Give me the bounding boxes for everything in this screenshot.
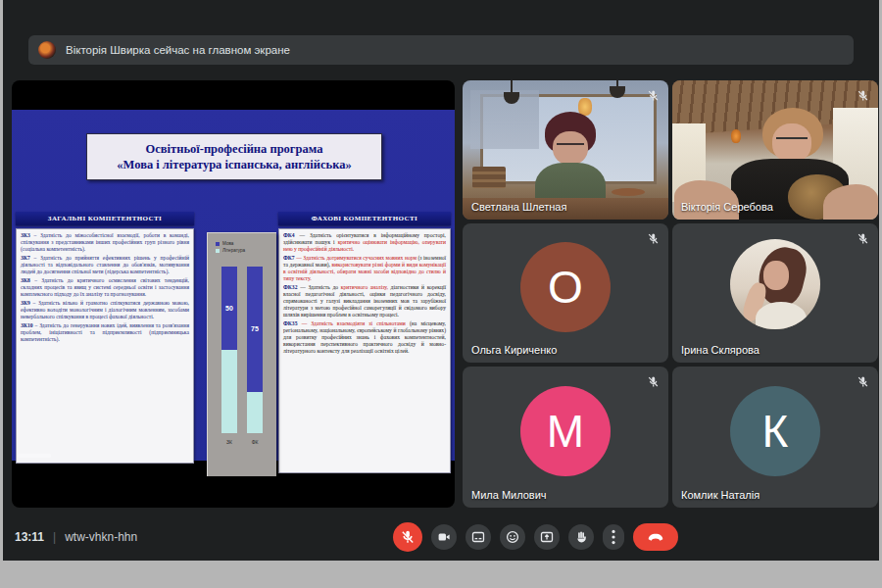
- participant-tile-video[interactable]: Вікторія Серебова: [672, 80, 878, 220]
- left-competency-list: ЗК3 – Здатність до міжособистісної взаєм…: [16, 228, 194, 464]
- competency-item: ЗК8 – Здатність до критичного осмислення…: [21, 277, 189, 298]
- avatar-shoulder: [756, 302, 807, 329]
- participant-tile-photo[interactable]: Ірина Склярова: [672, 223, 878, 363]
- slide-title-line2: «Мова і література іспанська, англійська…: [117, 157, 351, 172]
- competency-item: ФК35 — Здатність взаємодіяти зі спільнот…: [283, 320, 446, 355]
- book-stack: [472, 167, 506, 188]
- left-column-header: ЗАГАЛЬНІ КОМПЕТЕНТНОСТІ: [16, 212, 194, 225]
- orange-lamp: [731, 129, 741, 143]
- mic-mute-button[interactable]: [393, 522, 422, 552]
- presenting-banner: Вікторія Швирка сейчас на главном экране: [28, 35, 854, 65]
- avatar-letter: К: [762, 405, 789, 458]
- avatar-letter: М: [547, 405, 584, 458]
- participant-name: Мила Милович: [471, 489, 547, 501]
- chart-plot: 50ЗК75ФК: [208, 267, 276, 459]
- letter-avatar: М: [520, 386, 611, 476]
- competency-item: ФК4 — Здатність орієнтуватися в інформац…: [283, 232, 446, 253]
- meet-window: Вікторія Швирка сейчас на главном экране…: [3, 0, 879, 561]
- raise-hand-button[interactable]: [568, 524, 594, 550]
- presenting-banner-text: Вікторія Швирка сейчас на главном экране: [66, 44, 290, 56]
- captions-button[interactable]: [466, 524, 491, 550]
- separator: |: [53, 530, 56, 544]
- participant-name: Ольга Кириченко: [471, 344, 557, 356]
- camera-button[interactable]: [431, 524, 457, 550]
- mic-off-icon: [647, 374, 660, 392]
- more-options-button[interactable]: [603, 524, 624, 550]
- mic-off-icon: [857, 88, 869, 106]
- participant-tile-letter[interactable]: М Мила Милович: [463, 367, 668, 508]
- mic-off-icon: [857, 231, 869, 249]
- slide-watermark: [18, 454, 51, 458]
- participant-name: Вікторія Серебова: [681, 201, 773, 213]
- competency-item: ФК32 — Здатність до критичного аналізу, …: [283, 284, 446, 318]
- competency-item: ЗК10 – Здатність до генерування нових ід…: [21, 322, 189, 343]
- competency-item: ЗК9 – Здатність вільно й грамотно спілку…: [21, 300, 189, 320]
- competency-item: ЗК3 – Здатність до міжособистісної взаєм…: [21, 232, 189, 253]
- end-call-button[interactable]: [633, 523, 678, 551]
- mic-off-icon: [857, 374, 869, 392]
- presentation-slide: Освітньої-професійна програма «Мова і лі…: [12, 110, 455, 461]
- participant-tile-letter[interactable]: К Комлик Наталія: [672, 367, 878, 508]
- avatar-letter: О: [548, 261, 583, 314]
- participant-tile-video[interactable]: Светлана Шлетная: [463, 80, 668, 220]
- clock-time: 13:11: [15, 530, 44, 544]
- competency-item: ЗК7 – Здатність до прийняття ефективних …: [21, 255, 189, 275]
- person-arm: [674, 180, 739, 220]
- control-bar: 13:11 | wtw-vhkn-hhn: [3, 514, 879, 561]
- slide-title: Освітньої-професійна програма «Мова і лі…: [86, 133, 382, 180]
- presenter-avatar: [38, 41, 56, 59]
- person-glasses: [776, 137, 808, 145]
- competency-item: ФК7 — Здатність дотримуватися сучасних м…: [283, 255, 446, 282]
- page-background-strip: [0, 561, 882, 588]
- right-competency-list: ФК4 — Здатність орієнтуватися в інформац…: [278, 228, 451, 473]
- participant-name: Ірина Склярова: [681, 344, 760, 356]
- plate: [612, 188, 645, 196]
- person-glasses: [557, 143, 584, 150]
- slide-title-line1: Освітньої-професійна програма: [146, 141, 323, 157]
- participant-tile-letter[interactable]: О Ольга Кириченко: [463, 223, 668, 363]
- screen-share-tile[interactable]: Освітньої-професійна програма «Мова і лі…: [12, 80, 455, 508]
- letter-avatar: О: [520, 242, 611, 332]
- meeting-info: 13:11 | wtw-vhkn-hhn: [15, 530, 137, 544]
- participant-name: Светлана Шлетная: [471, 201, 566, 213]
- avatar-face: [763, 261, 789, 290]
- mic-off-icon: [647, 231, 660, 249]
- photo-avatar: [730, 239, 820, 329]
- present-screen-button[interactable]: [534, 524, 560, 550]
- chart-legend: МоваЛітература: [216, 241, 245, 255]
- mic-off-icon: [647, 88, 660, 106]
- screenshot-stage: Вікторія Швирка сейчас на главном экране…: [0, 0, 882, 588]
- call-controls: [393, 522, 678, 552]
- reactions-button[interactable]: [500, 524, 525, 550]
- participant-name: Комлик Наталія: [681, 489, 760, 501]
- letter-avatar: К: [730, 386, 820, 476]
- slide-chart: МоваЛітература 50ЗК75ФК: [207, 232, 276, 476]
- meeting-code: wtw-vhkn-hhn: [65, 530, 137, 544]
- right-column-header: ФАХОВІ КОМПЕТЕНТНОСТІ: [278, 212, 451, 225]
